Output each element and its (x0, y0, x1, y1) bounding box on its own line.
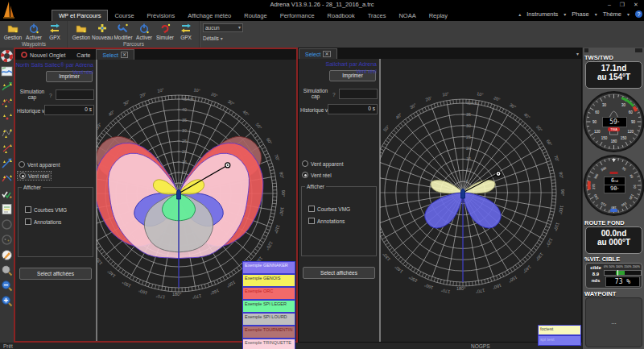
svg-text:5: 5 (466, 179, 469, 184)
legend-item-exemple-spi-lourd[interactable]: Exemple SPI LOURD (242, 313, 295, 326)
svg-text:110°: 110° (273, 224, 280, 234)
simulation-cap-label: Simulation cap (19, 89, 46, 100)
waypoint-icon[interactable] (1, 111, 13, 123)
waypoints-route-icon[interactable] (1, 127, 13, 139)
legend-item-exemple-trinquette[interactable]: Exemple TRINQUETTE (242, 339, 295, 349)
tab-left-nouvel-onglet[interactable]: Nouvel Onglet (15, 50, 71, 60)
svg-text:170°: 170° (155, 293, 165, 300)
route-manage-icon[interactable] (1, 81, 13, 93)
menu-tab-traces[interactable]: Traces (361, 10, 393, 21)
percent-lcd: 73 % (605, 276, 640, 287)
menu-tab-roadbook[interactable]: Roadbook (321, 10, 361, 21)
courbes-vmg-checkbox[interactable]: Courbes VMG (308, 206, 350, 212)
scale-label: 100% (616, 265, 623, 268)
legend-item-spi-test[interactable]: spi test (538, 335, 581, 346)
svg-text:15: 15 (466, 156, 471, 161)
tab-left-select[interactable]: Select✕ (96, 49, 134, 60)
menu-tab-noaa[interactable]: NOAA (392, 10, 422, 21)
help-icon[interactable]: ? (635, 10, 642, 18)
menu-instruments[interactable]: Instruments (526, 10, 558, 18)
validate-icon[interactable] (1, 188, 13, 200)
svg-text:20°: 20° (139, 92, 147, 98)
svg-text:10°: 10° (157, 87, 164, 93)
ribbon-button-parcours-gestion[interactable]: Gestion (71, 21, 92, 40)
waypoint-activate-icon[interactable] (1, 142, 13, 154)
vent-apparent-radio[interactable]: Vent apparent (302, 160, 343, 167)
vent-reel-radio[interactable]: Vent réel (18, 172, 51, 180)
chart-map-icon[interactable] (1, 65, 13, 77)
menu-tab-pr-visions[interactable]: Prévisions (141, 10, 182, 21)
tabbar-dropdown-icon[interactable]: ▾ (576, 51, 579, 56)
svg-text:25: 25 (182, 139, 187, 143)
svg-text:60: 60 (629, 110, 634, 114)
svg-text:180: 180 (611, 139, 617, 143)
status-ready: Prêt (3, 343, 13, 349)
svg-text:110°: 110° (553, 222, 560, 231)
zoom-in-icon[interactable] (1, 295, 13, 307)
menu-tab-course[interactable]: Course (108, 10, 140, 21)
svg-text:150: 150 (621, 136, 627, 140)
select-affichees-button[interactable]: Select affichées (19, 268, 92, 280)
vent-apparent-radio[interactable]: Vent apparent (19, 161, 60, 168)
annotations-checkbox[interactable]: Annotations (25, 218, 61, 225)
select-affichees-button[interactable]: Select affichées (303, 267, 375, 279)
legend-item-exemple-spi-leger[interactable]: Exemple SPI LEGER (242, 300, 295, 313)
waypoint-panel: ... (585, 297, 642, 347)
zoom-area-icon[interactable] (1, 264, 13, 276)
left-chart-area[interactable]: 10°10°20°20°30°30°40°40°50°50°60°60°70°7… (96, 60, 97, 341)
menu-tab-replay[interactable]: Replay (423, 10, 454, 21)
tab-close-icon[interactable]: ✕ (323, 51, 330, 57)
ribbon-button-waypoints-gestion[interactable]: Gestion (2, 21, 23, 40)
tool-disabled-2-icon[interactable] (1, 234, 13, 246)
vent-reel-radio[interactable]: Vent réel (302, 172, 332, 178)
details-dropdown[interactable]: Détails ▾ (203, 35, 243, 41)
svg-text:140°: 140° (394, 264, 404, 274)
svg-text:45nds: 45nds (182, 97, 194, 102)
menu-phase[interactable]: Phase (572, 10, 588, 18)
menu-theme[interactable]: Thème (603, 10, 621, 18)
annotations-checkbox[interactable]: Annotations (308, 218, 345, 224)
folder-icon (76, 23, 87, 34)
menu-tab-wp-et-parcours[interactable]: WP et Parcours (52, 10, 108, 21)
power-icon (138, 23, 150, 34)
historique-vent-input[interactable]: 0 s (44, 105, 94, 115)
close-button[interactable]: ✕ (630, 1, 642, 9)
tool-disabled-1-icon[interactable] (1, 218, 13, 231)
ribbon-button-waypoints-activer[interactable]: Activer (23, 21, 44, 40)
right-chart-area[interactable]: 10°10°20°20°30°30°40°40°50°50°60°60°70°7… (379, 59, 381, 342)
menu-tab-performance[interactable]: Performance (274, 10, 321, 21)
legend-item-foctest[interactable]: foctest (538, 325, 581, 335)
tab-left-carte[interactable]: Carte (71, 51, 96, 60)
ribbon-button-parcours-gpx[interactable]: GPX (175, 21, 196, 40)
legend-item-exemple-orc[interactable]: Exemple ORC (242, 287, 295, 300)
ribbon-button-parcours-modifier[interactable]: Modifier (113, 21, 134, 40)
parcours-combo[interactable]: aucun▾ (203, 23, 243, 32)
historique-vent-input[interactable]: 0 s (328, 104, 378, 114)
ribbon-button-parcours-simuler[interactable]: Simuler (155, 21, 175, 40)
tab-right-select[interactable]: Select✕ (299, 48, 337, 59)
menu-tab-affichage-m-t-o[interactable]: Affichage météo (181, 10, 237, 21)
menu-tab-routage[interactable]: Routage (237, 10, 273, 21)
ribbon-button-waypoints-gpx[interactable]: GPX (44, 21, 65, 40)
legend-item-exemple-genois[interactable]: Exemple GENOIS (242, 274, 295, 287)
legend-item-exemple-gennaker[interactable]: Exemple GENNAKER (242, 261, 295, 274)
svg-text:160°: 160° (138, 288, 148, 296)
measure-icon[interactable] (1, 249, 13, 261)
simulation-cap-input[interactable] (339, 89, 378, 99)
courbes-vmg-checkbox[interactable]: Courbes VMG (25, 206, 67, 213)
legend-item-exemple-tourmentin[interactable]: Exemple TOURMENTIN (242, 326, 295, 339)
simulation-cap-input[interactable] (56, 89, 94, 100)
route-mixed-icon[interactable] (1, 172, 13, 185)
man-overboard-icon[interactable] (1, 50, 13, 62)
collapse-ribbon-icon[interactable]: ▴ (518, 11, 521, 17)
zoom-out-icon[interactable] (1, 280, 13, 292)
ribbon-button-parcours-nouveau[interactable]: Nouveau (92, 21, 113, 40)
restore-button[interactable]: ❐ (617, 1, 628, 9)
minimize-button[interactable]: – (604, 1, 615, 9)
svg-text:30: 30 (621, 103, 626, 107)
route-trace-icon[interactable] (1, 96, 13, 108)
ribbon-button-parcours-activer[interactable]: Activer (134, 21, 155, 40)
bearing-line-icon[interactable] (1, 157, 13, 169)
tab-close-icon[interactable]: ✕ (121, 52, 128, 58)
notes-icon[interactable] (1, 203, 13, 215)
